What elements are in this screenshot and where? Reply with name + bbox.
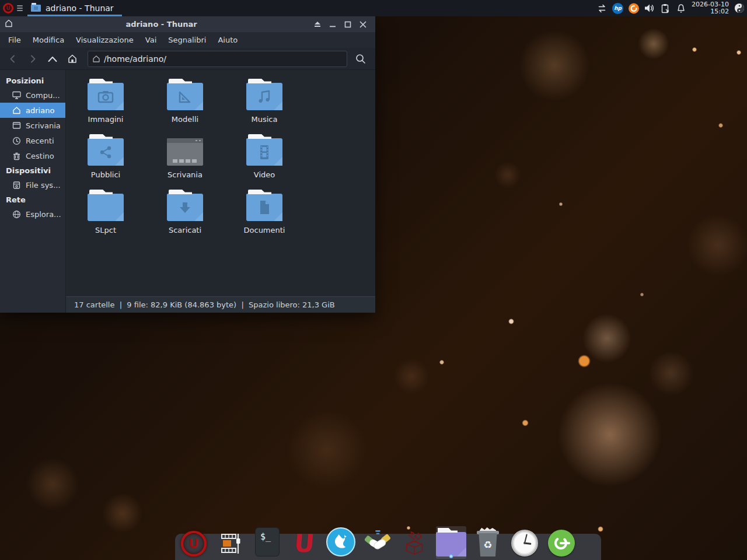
- back-button[interactable]: [5, 51, 21, 66]
- dock-clock[interactable]: [509, 526, 540, 559]
- sidebar-item-computer[interactable]: Compu...: [0, 88, 65, 103]
- network-globe-icon: [12, 210, 21, 219]
- panel-clock[interactable]: 2026-03-10 15:02: [692, 1, 729, 15]
- up-button[interactable]: [44, 51, 61, 66]
- distro-ring-icon: U: [181, 531, 207, 556]
- folder-label: Video: [254, 170, 275, 179]
- sidebar-item-esplora[interactable]: Esplora...: [0, 206, 65, 222]
- home-button[interactable]: [64, 51, 81, 66]
- maximize-button[interactable]: [340, 19, 355, 30]
- minimize-button[interactable]: [325, 19, 340, 30]
- dock-icons: U $_ U: [179, 526, 577, 559]
- menu-file[interactable]: File: [2, 32, 27, 48]
- folder-pubblici[interactable]: Pubblici: [88, 130, 124, 186]
- folder-label: Scaricati: [169, 226, 201, 235]
- dock-collaboration[interactable]: [362, 526, 393, 559]
- folder-label: Scrivania: [167, 170, 203, 179]
- dock-file-manager[interactable]: [436, 526, 466, 559]
- folder-label: Modelli: [172, 115, 198, 124]
- handshake-icon: [364, 528, 391, 556]
- sidebar-item-filesystem[interactable]: File sys...: [0, 177, 65, 192]
- red-u-app-icon: U: [293, 531, 315, 556]
- titlebar[interactable]: adriano - Thunar: [0, 16, 375, 32]
- menu-vai[interactable]: Vai: [139, 32, 162, 48]
- dock-trash[interactable]: ♻: [473, 526, 503, 559]
- sidebar-header-dispositivi: Dispositivi: [0, 163, 65, 177]
- volume-icon[interactable]: [644, 3, 655, 13]
- path-home-icon: [92, 55, 100, 62]
- recycle-glyph: ♻: [483, 539, 492, 551]
- folder-icon-film: [246, 138, 282, 166]
- panel-left: U adriano - Thunar: [0, 0, 122, 16]
- workspace-pager-icon[interactable]: [734, 3, 745, 13]
- notifications-bell-icon[interactable]: [676, 3, 686, 13]
- toolbox-icon: [401, 528, 428, 556]
- file-scrivania[interactable]: Scrivania: [167, 130, 203, 186]
- sidebar-item-scrivania[interactable]: Scrivania: [0, 118, 65, 133]
- folder-icon-camera: [88, 83, 124, 110]
- menu-visualizzazione[interactable]: Visualizzazione: [70, 32, 139, 48]
- trash-icon: [12, 152, 21, 160]
- toolbar: [0, 48, 375, 70]
- folder-scaricati[interactable]: Scaricati: [167, 186, 203, 241]
- hp-monitor-icon[interactable]: hp: [612, 3, 623, 14]
- close-button[interactable]: [355, 19, 371, 30]
- dock-distro-logo[interactable]: U: [179, 526, 209, 559]
- folder-modelli[interactable]: Modelli: [167, 75, 203, 130]
- folder-icon-plain: [88, 194, 124, 221]
- folder-icon-download: [167, 194, 203, 221]
- folder-slpct[interactable]: SLpct: [88, 186, 124, 241]
- folder-label: Documenti: [244, 226, 285, 235]
- window-menu-icon[interactable]: [17, 5, 23, 11]
- dock-media-editor[interactable]: [215, 526, 246, 559]
- taskbar-item-thunar[interactable]: adriano - Thunar: [27, 0, 122, 16]
- hp-label: hp: [614, 5, 622, 11]
- desktop-window-icon: [167, 138, 203, 166]
- dock-librewolf[interactable]: [326, 526, 356, 559]
- forward-button[interactable]: [25, 51, 41, 66]
- task-title: adriano - Thunar: [46, 4, 114, 13]
- top-panel: U adriano - Thunar hp: [0, 0, 747, 16]
- media-editor-icon: [218, 531, 243, 556]
- folder-immagini[interactable]: Immagini: [88, 75, 124, 130]
- logout-power-icon: [548, 530, 575, 556]
- dock-logout[interactable]: [546, 526, 577, 559]
- sync-arrows-icon[interactable]: [596, 3, 607, 13]
- trash-bin-icon: ♻: [476, 528, 500, 556]
- folder-video[interactable]: Video: [246, 130, 282, 186]
- distro-letter: U: [6, 5, 10, 11]
- path-input[interactable]: [104, 54, 343, 64]
- dock-toolbox[interactable]: [399, 526, 430, 559]
- folder-icon-music: [246, 83, 282, 110]
- search-button[interactable]: [351, 51, 371, 67]
- sidebar-label: Compu...: [26, 91, 60, 100]
- librewolf-icon: [326, 527, 355, 556]
- thunar-window: adriano - Thunar File Modifica Visualizz…: [0, 16, 375, 313]
- folder-musica[interactable]: Musica: [246, 75, 282, 130]
- clipboard-icon[interactable]: [660, 3, 671, 13]
- file-grid: Immagini Modelli Musica: [66, 70, 375, 296]
- main-column: Immagini Modelli Musica: [66, 70, 375, 313]
- thunar-task-icon: [31, 5, 41, 12]
- menu-modifica[interactable]: Modifica: [27, 32, 70, 48]
- folder-documenti[interactable]: Documenti: [244, 186, 285, 241]
- purple-folder-icon: [436, 532, 466, 556]
- dock-terminal[interactable]: $_: [252, 526, 282, 559]
- distro-logo-icon[interactable]: U: [3, 3, 13, 13]
- path-bar[interactable]: [88, 51, 347, 67]
- sidebar-item-recenti[interactable]: Recenti: [0, 133, 65, 148]
- window-title: adriano - Thunar: [13, 20, 310, 29]
- update-notifier-icon[interactable]: [629, 3, 639, 13]
- shade-button[interactable]: [310, 19, 325, 30]
- home-icon: [12, 106, 21, 114]
- menu-aiuto[interactable]: Aiuto: [212, 32, 243, 48]
- window-body: Posizioni Compu... adriano Scrivania Rec…: [0, 70, 375, 313]
- folder-label: Immagini: [88, 115, 124, 124]
- analog-clock-icon: [511, 530, 538, 556]
- recent-clock-icon: [12, 136, 21, 145]
- sidebar-item-adriano[interactable]: adriano: [0, 103, 65, 118]
- menu-segnalibri[interactable]: Segnalibri: [162, 32, 212, 48]
- dock: U $_ U: [175, 525, 601, 560]
- dock-office-u[interactable]: U: [289, 526, 319, 559]
- sidebar-item-cestino[interactable]: Cestino: [0, 148, 65, 163]
